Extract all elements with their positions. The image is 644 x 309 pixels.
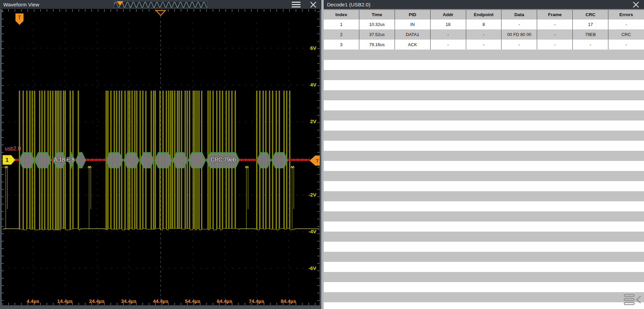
- time-axis-label: 14.4µs: [57, 298, 73, 304]
- table-cell: -: [537, 30, 573, 39]
- scope-bottom-border: [0, 305, 321, 309]
- table-cell: 79EB: [573, 30, 608, 39]
- waveform-titlebar: Waveform View: [0, 0, 321, 9]
- column-header: Data: [501, 10, 537, 20]
- table-cell: -: [501, 20, 537, 29]
- column-header: Time: [359, 10, 395, 20]
- table-cell: -: [608, 40, 644, 49]
- table-cell: ACK: [395, 40, 431, 49]
- table-row[interactable]: 379.16usACK------: [324, 40, 644, 50]
- table-cell: 2: [324, 30, 359, 39]
- collapse-table-icon[interactable]: [623, 294, 642, 306]
- table-cell: -: [501, 40, 537, 49]
- table-cell: -: [608, 20, 644, 29]
- table-cell: 1: [324, 20, 359, 29]
- decode-token: [76, 152, 86, 168]
- table-row[interactable]: 110.32usIN188--17-: [324, 20, 644, 30]
- scope-left-border: [0, 9, 2, 309]
- column-header: Errors: [608, 10, 644, 20]
- decode-token: [272, 152, 288, 168]
- table-cell: -: [537, 20, 573, 29]
- voltage-axis-label: 2V: [303, 118, 316, 124]
- decode-table-empty-stripes: [324, 50, 644, 309]
- table-cell: 37.52us: [359, 30, 395, 39]
- column-header: Index: [324, 10, 359, 20]
- decode-token: [19, 152, 35, 168]
- table-cell: CRC: [608, 30, 644, 39]
- voltage-axis-label: -6V: [303, 265, 316, 271]
- waveform-plot: T T 1: [0, 9, 321, 309]
- time-axis-label: 24.4µs: [89, 298, 105, 304]
- table-cell: 8: [466, 20, 502, 29]
- waveform-panel-title: Waveform View: [0, 2, 39, 7]
- menu-icon[interactable]: [292, 2, 300, 7]
- decode-table-header: IndexTimePIDAddrEndpointDataFrameCRCErro…: [324, 9, 644, 20]
- decode-titlebar: Decode1 (USB2.0): [324, 0, 644, 9]
- table-cell: -: [431, 40, 466, 49]
- column-header: Frame: [537, 10, 573, 20]
- close-icon[interactable]: [633, 1, 639, 8]
- close-icon[interactable]: [310, 1, 317, 8]
- voltage-axis-label: -4V: [303, 229, 316, 234]
- time-axis-label: 44.4µs: [153, 298, 168, 304]
- timebase-overview-strip[interactable]: [114, 1, 207, 8]
- channel-number: 1: [6, 157, 9, 163]
- column-header: Addr: [431, 10, 466, 20]
- table-cell: 10.32us: [359, 20, 395, 29]
- table-cell: 18: [431, 20, 466, 29]
- trigger-level-letter: T: [316, 158, 319, 164]
- decode-token: [188, 152, 206, 168]
- voltage-axis-label: -2V: [303, 192, 316, 198]
- table-cell: 3: [324, 40, 359, 49]
- time-axis-label: 74.4µs: [249, 298, 264, 304]
- table-cell: 00 FD 80 00: [501, 30, 537, 39]
- table-cell: -: [573, 40, 608, 49]
- table-cell: 17: [573, 20, 608, 29]
- voltage-axis-label: 6V: [303, 45, 316, 51]
- column-header: CRC: [573, 10, 608, 20]
- decode-panel: Decode1 (USB2.0) IndexTimePIDAddrEndpoin…: [324, 0, 644, 309]
- decode-token-label: CRC:79eb: [211, 157, 236, 163]
- table-cell: DATA1: [395, 30, 431, 39]
- decode-token-label: A:18 E:8: [54, 157, 74, 163]
- oscilloscope-app: T T 1 6V4V2V-2V-4V-6V 4.4µs14.4µs24.4: [0, 0, 644, 309]
- overview-trigger-marker[interactable]: [117, 1, 123, 6]
- panel-divider[interactable]: [321, 0, 324, 309]
- trigger-source-badge[interactable]: T: [15, 13, 24, 25]
- waveform-grid-area: T T 1 6V4V2V-2V-4V-6V 4.4µs14.4µs24.4: [0, 9, 321, 309]
- time-axis-label: 64.4µs: [217, 298, 232, 304]
- bus-decode-label[interactable]: usb2.0: [5, 146, 21, 152]
- time-axis-label: 34.4µs: [121, 298, 136, 304]
- decode-panel-title: Decode1 (USB2.0): [324, 2, 370, 7]
- overview-sine-wave: [114, 2, 207, 7]
- voltage-axis-label: 4V: [303, 82, 316, 88]
- column-header: Endpoint: [466, 10, 502, 20]
- trigger-position-marker[interactable]: [156, 10, 165, 15]
- time-axis-label: 4.4µs: [27, 298, 39, 304]
- channel-1-badge[interactable]: 1: [3, 155, 15, 165]
- decode-token: [35, 152, 51, 168]
- table-cell: -: [466, 40, 502, 49]
- table-cell: -: [466, 30, 502, 39]
- table-cell: IN: [395, 20, 431, 29]
- decode-token: [140, 152, 154, 168]
- waveform-view-panel: T T 1 6V4V2V-2V-4V-6V 4.4µs14.4µs24.4: [0, 0, 321, 309]
- decode-token: [257, 152, 271, 168]
- table-cell: -: [431, 30, 466, 39]
- decode-token: [173, 152, 188, 168]
- time-axis-label: 54.4µs: [185, 298, 200, 304]
- trigger-source-letter: T: [18, 15, 21, 21]
- table-cell: 79.16us: [359, 40, 395, 49]
- decode-token: [155, 152, 172, 168]
- table-row[interactable]: 237.52usDATA1--00 FD 80 00-79EBCRC: [324, 30, 644, 40]
- time-axis-label: 84.4µs: [281, 298, 296, 304]
- table-cell: -: [537, 40, 573, 49]
- decode-token: [106, 152, 123, 168]
- column-header: PID: [395, 10, 431, 20]
- decode-token: [124, 152, 139, 168]
- decode-table: IndexTimePIDAddrEndpointDataFrameCRCErro…: [324, 9, 644, 50]
